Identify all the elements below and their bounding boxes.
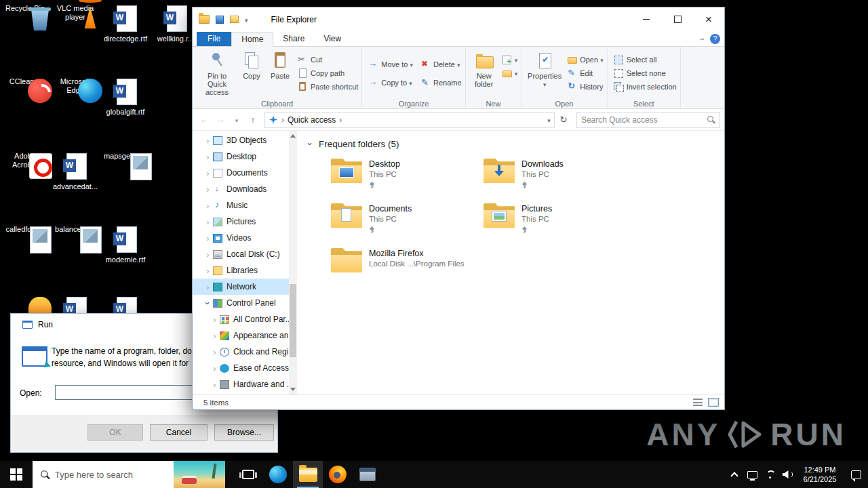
frequent-folders-header[interactable]: Frequent folders (5)	[297, 131, 724, 149]
sidebar-item-libraries[interactable]: Libraries	[193, 262, 289, 279]
easy-access-button[interactable]	[501, 66, 518, 80]
copy-path-button[interactable]: Copy path	[297, 66, 358, 80]
chevron-right-icon[interactable]	[203, 282, 212, 292]
sidebar-item-desktop[interactable]: Desktop	[193, 148, 289, 165]
desktop-icon-directedge[interactable]: directedge.rtf	[102, 4, 149, 43]
start-button[interactable]	[0, 461, 33, 488]
display-tray-button[interactable]	[743, 461, 761, 488]
chevron-right-icon[interactable]	[203, 266, 212, 276]
desktop-icon-globalgift[interactable]: globalgift.rtf	[102, 77, 149, 117]
search-highlight-image[interactable]	[174, 461, 225, 488]
taskbar-file-explorer-button[interactable]	[293, 461, 323, 488]
sidebar-item-ease-of-access[interactable]: Ease of Access	[193, 360, 289, 376]
taskbar-clock[interactable]: 12:49 PM 6/21/2025	[796, 465, 844, 484]
search-input[interactable]	[581, 115, 707, 125]
up-icon[interactable]	[245, 115, 260, 125]
recent-locations-dropdown-icon[interactable]	[229, 115, 244, 125]
sidebar-item-control-panel[interactable]: Control Panel	[193, 295, 289, 311]
folder-tile-documents[interactable]: Documents This PC	[331, 203, 484, 241]
desktop-icon-mapsgeorg[interactable]: mapsgeorg...	[102, 152, 149, 161]
chevron-right-icon[interactable]	[203, 152, 212, 162]
desktop-icon-edge[interactable]: Microsoft Edge	[52, 77, 99, 95]
close-button[interactable]	[693, 7, 724, 31]
explorer-titlebar[interactable]: File Explorer	[193, 7, 724, 31]
folder-tile-mozilla-firefox[interactable]: Mozilla Firefox Local Disk ...\Program F…	[331, 248, 484, 286]
desktop-icon-acrobat[interactable]: Adobe Acrobat	[1, 152, 49, 169]
select-none-button[interactable]: Select none	[613, 66, 677, 80]
address-box[interactable]: Quick access	[264, 112, 555, 128]
sidebar-item-clock-region[interactable]: Clock and Regi...	[193, 344, 289, 360]
breadcrumb-separator-icon[interactable]	[336, 115, 345, 125]
chevron-right-icon[interactable]	[203, 201, 212, 211]
forward-icon[interactable]	[213, 115, 228, 125]
sidebar-item-downloads[interactable]: Downloads	[193, 181, 289, 197]
sidebar-item-music[interactable]: Music	[193, 197, 289, 214]
refresh-icon[interactable]	[556, 115, 571, 125]
chevron-right-icon[interactable]	[203, 184, 212, 195]
edit-button[interactable]: Edit	[566, 66, 604, 80]
sidebar-item-network[interactable]: Network	[193, 279, 289, 295]
chevron-right-icon[interactable]	[203, 136, 212, 146]
action-center-button[interactable]	[844, 461, 868, 488]
taskbar-search[interactable]: Type here to search	[33, 461, 225, 488]
sidebar-item-all-control-panel-items[interactable]: All Control Par...	[193, 311, 289, 327]
pin-to-quick-access-button[interactable]: Pin to Quick access	[196, 49, 238, 98]
tab-view[interactable]: View	[314, 32, 351, 46]
chevron-right-icon[interactable]	[203, 233, 212, 243]
desktop-icon-modernie[interactable]: modernie.rtf	[102, 225, 149, 264]
scroll-up-icon[interactable]	[290, 134, 296, 138]
chevron-right-icon[interactable]	[203, 168, 212, 178]
taskbar-firefox-button[interactable]	[323, 461, 353, 488]
sidebar-item-local-disk-c[interactable]: Local Disk (C:)	[193, 246, 289, 262]
nav-scrollbar[interactable]	[289, 131, 297, 394]
folder-tile-downloads[interactable]: Downloads This PC	[484, 159, 636, 197]
scrollbar-thumb[interactable]	[290, 284, 296, 357]
desktop-icon-vlc[interactable]: VLC media player	[52, 4, 99, 22]
sidebar-item-documents[interactable]: Documents	[193, 165, 289, 181]
folder-tile-pictures[interactable]: Pictures This PC	[484, 203, 636, 241]
new-item-button[interactable]	[501, 53, 518, 66]
help-icon[interactable]	[710, 34, 720, 44]
sidebar-item-hardware-sound[interactable]: Hardware and ...	[193, 376, 289, 392]
qat-new-folder-icon[interactable]	[230, 16, 239, 23]
rename-button[interactable]: Rename	[420, 73, 462, 92]
chevron-right-icon[interactable]	[203, 217, 212, 227]
desktop-icon-calledforu[interactable]: calledforu...	[1, 225, 49, 234]
chevron-right-icon[interactable]	[210, 347, 219, 357]
desktop-icon-advancedat[interactable]: advancedat...	[52, 152, 99, 191]
taskbar-edge-button[interactable]	[263, 461, 293, 488]
delete-button[interactable]: Delete	[420, 55, 462, 73]
tab-file[interactable]: File	[197, 32, 231, 46]
cut-button[interactable]: Cut	[297, 53, 358, 66]
move-to-button[interactable]: Move to	[368, 55, 413, 73]
properties-button[interactable]: Properties	[525, 49, 564, 89]
qat-customize-dropdown-icon[interactable]	[245, 15, 248, 24]
desktop-icon-recycle-bin[interactable]: Recycle Bin	[1, 4, 49, 13]
volume-tray-button[interactable]	[778, 461, 796, 488]
qat-properties-icon[interactable]	[216, 16, 224, 24]
sidebar-item-pictures[interactable]: Pictures	[193, 214, 289, 230]
browse-button[interactable]: Browse...	[214, 424, 274, 441]
breadcrumb-location[interactable]: Quick access	[288, 115, 336, 125]
sidebar-item-appearance[interactable]: Appearance an...	[193, 327, 289, 344]
chevron-right-icon[interactable]	[210, 363, 219, 373]
tab-home[interactable]: Home	[231, 32, 273, 47]
desktop-icon-balanceun[interactable]: balanceun...	[52, 225, 99, 234]
chevron-down-icon[interactable]	[203, 299, 213, 308]
tab-share[interactable]: Share	[273, 32, 314, 46]
folder-tile-desktop[interactable]: Desktop This PC	[331, 159, 484, 197]
minimize-button[interactable]	[631, 7, 662, 31]
copy-button[interactable]: Copy	[238, 49, 265, 81]
back-icon[interactable]	[197, 115, 212, 125]
chevron-right-icon[interactable]	[203, 249, 212, 260]
ok-button[interactable]: OK	[87, 424, 143, 441]
invert-selection-button[interactable]: Invert selection	[613, 80, 677, 94]
details-view-icon[interactable]	[693, 399, 703, 406]
sidebar-item-videos[interactable]: Videos	[193, 230, 289, 246]
hidden-icons-button[interactable]	[726, 461, 743, 488]
paste-shortcut-button[interactable]: Paste shortcut	[297, 80, 358, 94]
address-dropdown-icon[interactable]	[547, 115, 551, 125]
select-all-button[interactable]: Select all	[613, 53, 677, 66]
chevron-right-icon[interactable]	[210, 331, 219, 341]
sidebar-item-3d-objects[interactable]: 3D Objects	[193, 132, 289, 148]
